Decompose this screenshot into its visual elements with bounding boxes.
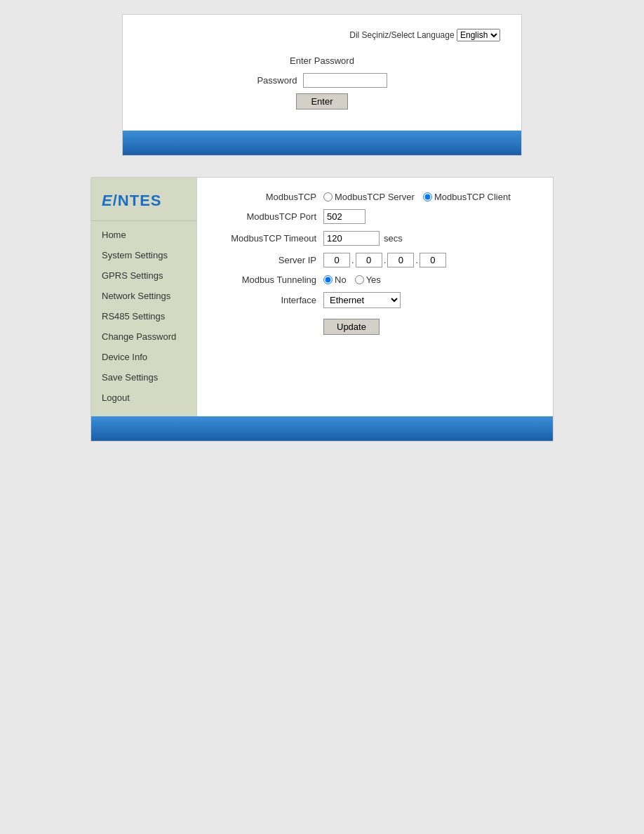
ip-dot-3: . bbox=[415, 255, 418, 265]
modbus-tcp-port-value bbox=[323, 209, 365, 224]
sidebar-item-logout[interactable]: Logout bbox=[91, 388, 196, 408]
modbus-tunneling-options: No Yes bbox=[323, 274, 381, 285]
main-inner: E/NTES Home System Settings GPRS Setting… bbox=[91, 178, 553, 416]
ip-group: . . . bbox=[323, 253, 446, 267]
tunneling-yes-option[interactable]: Yes bbox=[355, 274, 381, 285]
enter-button[interactable]: Enter bbox=[296, 93, 347, 110]
server-ip-value: . . . bbox=[323, 253, 446, 267]
tunneling-no-label: No bbox=[335, 274, 347, 285]
update-button-row: Update bbox=[215, 315, 535, 335]
sidebar-item-change-password[interactable]: Change Password bbox=[91, 326, 196, 347]
tunneling-yes-label: Yes bbox=[366, 274, 381, 285]
sidebar-item-device-info[interactable]: Device Info bbox=[91, 347, 196, 367]
modbus-tcp-port-input[interactable] bbox=[323, 209, 365, 224]
tunneling-no-radio[interactable] bbox=[323, 275, 333, 284]
ip-octet-3[interactable] bbox=[387, 253, 414, 267]
language-row: Dil Seçiniz/Select Language English Turk… bbox=[144, 29, 500, 41]
password-input[interactable] bbox=[303, 73, 387, 88]
logo-e: E bbox=[102, 192, 113, 209]
modbus-tcp-server-label: ModbusTCP Server bbox=[335, 192, 415, 202]
interface-label: Interface bbox=[215, 295, 316, 305]
lang-label: Dil Seçiniz/Select Language bbox=[349, 30, 454, 40]
content-area: ModbusTCP ModbusTCP Server ModbusTCP Cli… bbox=[196, 178, 553, 416]
ip-dot-2: . bbox=[384, 255, 387, 265]
login-footer bbox=[123, 131, 521, 155]
login-title: Enter Password bbox=[144, 55, 500, 66]
password-label: Password bbox=[257, 75, 297, 86]
modbus-tcp-port-row: ModbusTCP Port bbox=[215, 209, 535, 224]
ip-dot-1: . bbox=[351, 255, 354, 265]
modbus-tunneling-row: Modbus Tunneling No Yes bbox=[215, 274, 535, 285]
modbus-tcp-timeout-label: ModbusTCP Timeout bbox=[215, 233, 316, 244]
sidebar-item-system-settings[interactable]: System Settings bbox=[91, 245, 196, 265]
sidebar-item-home[interactable]: Home bbox=[91, 225, 196, 245]
modbus-tcp-label: ModbusTCP bbox=[215, 192, 316, 202]
sidebar-item-gprs-settings[interactable]: GPRS Settings bbox=[91, 265, 196, 286]
secs-label: secs bbox=[384, 233, 403, 244]
modbus-tcp-row: ModbusTCP ModbusTCP Server ModbusTCP Cli… bbox=[215, 192, 535, 202]
server-ip-label: Server IP bbox=[215, 255, 316, 265]
ip-octet-2[interactable] bbox=[356, 253, 382, 267]
modbus-tcp-client-option[interactable]: ModbusTCP Client bbox=[423, 192, 511, 202]
logo: E/NTES bbox=[102, 192, 186, 210]
modbus-tcp-client-radio[interactable] bbox=[423, 192, 432, 201]
modbus-tcp-timeout-value: secs bbox=[323, 231, 403, 246]
login-button-row: Enter bbox=[144, 93, 500, 110]
password-row: Password bbox=[144, 73, 500, 88]
sidebar-item-network-settings[interactable]: Network Settings bbox=[91, 286, 196, 306]
modbus-tcp-timeout-row: ModbusTCP Timeout secs bbox=[215, 231, 535, 246]
modbus-tcp-port-label: ModbusTCP Port bbox=[215, 211, 316, 222]
modbus-tunneling-label: Modbus Tunneling bbox=[215, 274, 316, 285]
modbus-tcp-server-option[interactable]: ModbusTCP Server bbox=[323, 192, 415, 202]
main-footer bbox=[91, 416, 553, 441]
tunneling-no-option[interactable]: No bbox=[323, 274, 347, 285]
login-content: Dil Seçiniz/Select Language English Turk… bbox=[123, 15, 521, 131]
main-panel: E/NTES Home System Settings GPRS Setting… bbox=[90, 177, 554, 442]
modbus-tcp-options: ModbusTCP Server ModbusTCP Client bbox=[323, 192, 511, 202]
login-panel: Dil Seçiniz/Select Language English Turk… bbox=[122, 14, 522, 156]
interface-row: Interface Ethernet GPRS bbox=[215, 292, 535, 308]
sidebar-item-save-settings[interactable]: Save Settings bbox=[91, 367, 196, 388]
modbus-tcp-client-label: ModbusTCP Client bbox=[434, 192, 511, 202]
ip-octet-4[interactable] bbox=[420, 253, 446, 267]
sidebar: E/NTES Home System Settings GPRS Setting… bbox=[91, 178, 196, 416]
modbus-tcp-timeout-input[interactable] bbox=[323, 231, 380, 246]
sidebar-item-rs485-settings[interactable]: RS485 Settings bbox=[91, 306, 196, 326]
language-select[interactable]: English Turkish bbox=[457, 29, 500, 41]
ip-octet-1[interactable] bbox=[323, 253, 350, 267]
logo-area: E/NTES bbox=[91, 185, 196, 221]
modbus-tcp-server-radio[interactable] bbox=[323, 192, 333, 201]
server-ip-row: Server IP . . . bbox=[215, 253, 535, 267]
interface-value: Ethernet GPRS bbox=[323, 292, 401, 308]
interface-select[interactable]: Ethernet GPRS bbox=[323, 292, 401, 308]
tunneling-yes-radio[interactable] bbox=[355, 275, 364, 284]
update-button[interactable]: Update bbox=[323, 319, 380, 335]
